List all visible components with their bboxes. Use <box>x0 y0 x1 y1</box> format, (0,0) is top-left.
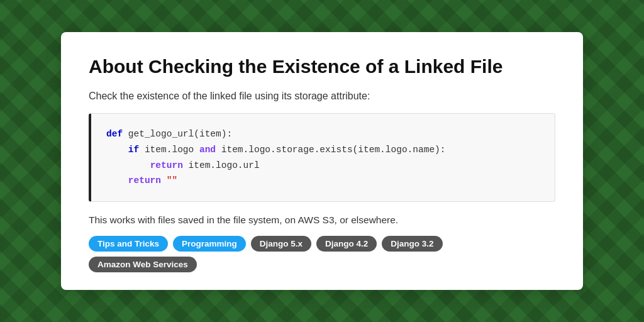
code-block: def get_logo_url(item): if item.logo and… <box>89 113 555 202</box>
code-cond1: item.logo <box>139 145 199 155</box>
keyword-def: def <box>106 129 123 139</box>
code-line-3: return item.logo.url <box>106 158 540 174</box>
keyword-return-1: return <box>150 160 183 170</box>
code-line-2: if item.logo and item.logo.storage.exist… <box>106 142 540 158</box>
indent-2 <box>106 145 128 155</box>
description-text: Check the existence of the linked file u… <box>89 91 555 102</box>
main-card: About Checking the Existence of a Linked… <box>61 32 583 290</box>
keyword-return-2: return <box>128 175 161 186</box>
tag-django-32[interactable]: Django 3.2 <box>382 236 442 252</box>
function-name: get_logo_url(item): <box>128 129 232 139</box>
code-line-1: def get_logo_url(item): <box>106 126 540 142</box>
code-cond2: item.logo.storage.exists(item.logo.name)… <box>216 145 445 155</box>
tag-programming[interactable]: Programming <box>173 236 246 252</box>
footer-text: This works with files saved in the file … <box>89 214 555 226</box>
indent-3 <box>106 160 150 170</box>
tag-aws[interactable]: Amazon Web Services <box>89 257 197 272</box>
tag-django-5x[interactable]: Django 5.x <box>251 236 311 252</box>
code-return-val: item.logo.url <box>183 160 260 170</box>
indent-4 <box>106 175 128 186</box>
code-line-4: return "" <box>106 173 540 189</box>
tag-django-42[interactable]: Django 4.2 <box>316 236 377 252</box>
page-title: About Checking the Existence of a Linked… <box>89 55 555 79</box>
tags-container: Tips and Tricks Programming Django 5.x D… <box>89 236 555 272</box>
keyword-if: if <box>128 145 139 155</box>
keyword-and: and <box>199 145 216 155</box>
tag-tips-and-tricks[interactable]: Tips and Tricks <box>89 236 168 252</box>
code-empty-string: "" <box>161 175 177 186</box>
